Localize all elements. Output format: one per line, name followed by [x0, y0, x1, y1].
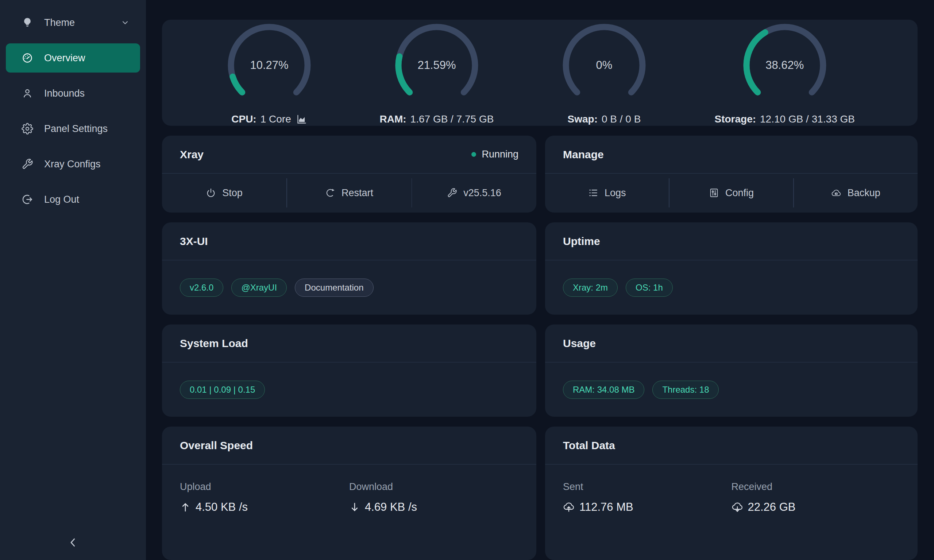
- xray-version-button[interactable]: v25.5.16: [412, 174, 536, 212]
- sliders-icon: [709, 188, 719, 198]
- xray-card: Xray Running Stop: [162, 135, 536, 212]
- total-data-title: Total Data: [563, 439, 615, 452]
- action-label: Logs: [604, 188, 626, 199]
- uptime-card-title: Uptime: [563, 235, 600, 248]
- xray-card-title: Xray: [180, 148, 203, 161]
- dashboard-icon: [21, 52, 34, 64]
- overall-speed-card: Overall Speed Upload 4.50 KB /s: [162, 426, 536, 560]
- sidebar-item-theme[interactable]: Theme: [6, 8, 140, 37]
- swap-label: Swap:0 B / 0 B: [568, 113, 641, 125]
- chevron-left-icon: [66, 535, 80, 550]
- stat-label: Sent: [563, 481, 732, 492]
- upload-stat: Upload 4.50 KB /s: [180, 481, 349, 514]
- system-load-card: System Load 0.01 | 0.09 | 0.15: [162, 325, 536, 417]
- restart-icon: [325, 188, 335, 198]
- restart-button[interactable]: Restart: [287, 174, 412, 212]
- sidebar-item-label: Inbounds: [44, 88, 85, 99]
- xui-card: 3X-UI v2.6.0 @XrayUI Documentation: [162, 222, 536, 315]
- received-value: 22.26 GB: [748, 501, 796, 514]
- cloud-upload-icon: [563, 501, 575, 513]
- upload-value: 4.50 KB /s: [196, 501, 248, 514]
- stop-button[interactable]: Stop: [162, 174, 287, 212]
- stat-label: Received: [732, 481, 900, 492]
- cpu-gauge: 10.27% CPU:1 Core: [225, 21, 314, 125]
- download-value: 4.69 KB /s: [365, 501, 417, 514]
- cloud-download-icon: [732, 501, 743, 513]
- swap-percent: 0%: [559, 21, 649, 110]
- xray-uptime-tag: Xray: 2m: [563, 278, 618, 297]
- storage-gauge: 38.62% Storage:12.10 GB / 31.33 GB: [714, 21, 855, 125]
- action-label: Restart: [342, 188, 373, 199]
- xui-card-title: 3X-UI: [180, 235, 208, 248]
- sidebar-item-log-out[interactable]: Log Out: [6, 185, 140, 214]
- ram-usage-tag: RAM: 34.08 MB: [563, 381, 644, 399]
- xrayui-tag[interactable]: @XrayUI: [231, 278, 287, 297]
- overall-speed-title: Overall Speed: [180, 439, 253, 452]
- sidebar-item-label: Overview: [44, 52, 85, 64]
- sent-stat: Sent 112.76 MB: [563, 481, 732, 514]
- usage-title: Usage: [563, 337, 596, 350]
- sidebar: Theme Overview: [0, 0, 146, 560]
- user-icon: [21, 87, 34, 100]
- sidebar-item-label: Panel Settings: [44, 123, 108, 135]
- stat-label: Download: [349, 481, 518, 492]
- power-icon: [206, 188, 216, 198]
- system-gauges-card: 10.27% CPU:1 Core 21.59%: [162, 20, 918, 126]
- download-stat: Download 4.69 KB /s: [349, 481, 518, 514]
- logs-button[interactable]: Logs: [545, 174, 669, 212]
- total-data-card: Total Data Sent 112.76 MB: [545, 426, 918, 560]
- arrow-down-icon: [349, 502, 360, 512]
- storage-label: Storage:12.10 GB / 31.33 GB: [714, 113, 855, 125]
- sidebar-item-xray-configs[interactable]: Xray Configs: [6, 149, 140, 178]
- gear-icon: [21, 123, 34, 135]
- threads-tag: Threads: 18: [652, 381, 719, 399]
- os-uptime-tag: OS: 1h: [626, 278, 673, 297]
- sidebar-item-inbounds[interactable]: Inbounds: [6, 79, 140, 108]
- cpu-percent: 10.27%: [225, 21, 314, 110]
- sidebar-item-label: Log Out: [44, 194, 79, 205]
- sidebar-item-label: Theme: [44, 17, 75, 28]
- system-load-title: System Load: [180, 337, 248, 350]
- backup-button[interactable]: Backup: [794, 174, 918, 212]
- logout-icon: [21, 193, 34, 206]
- status-dot: [472, 152, 476, 157]
- version-tag[interactable]: v2.6.0: [180, 278, 223, 297]
- documentation-tag[interactable]: Documentation: [295, 278, 373, 297]
- sidebar-item-overview[interactable]: Overview: [6, 43, 140, 72]
- arrow-up-icon: [180, 502, 191, 512]
- manage-card: Manage Logs: [545, 135, 918, 212]
- uptime-card: Uptime Xray: 2m OS: 1h: [545, 222, 918, 315]
- ram-gauge: 21.59% RAM:1.67 GB / 7.75 GB: [380, 21, 494, 125]
- swap-gauge: 0% Swap:0 B / 0 B: [559, 21, 649, 125]
- chevron-down-icon: [120, 18, 130, 27]
- ram-percent: 21.59%: [392, 21, 481, 110]
- config-button[interactable]: Config: [669, 174, 793, 212]
- sidebar-nav: Theme Overview: [0, 0, 146, 214]
- xray-status: Running: [472, 149, 518, 160]
- wrench-icon: [447, 188, 457, 198]
- sidebar-item-panel-settings[interactable]: Panel Settings: [6, 114, 140, 143]
- manage-card-title: Manage: [563, 148, 604, 161]
- bulb-icon: [21, 16, 34, 29]
- received-stat: Received 22.26 GB: [732, 481, 900, 514]
- storage-percent: 38.62%: [740, 21, 829, 110]
- area-chart-icon[interactable]: [296, 114, 307, 125]
- action-label: Config: [725, 188, 754, 199]
- main-content: 10.27% CPU:1 Core 21.59%: [146, 0, 934, 560]
- cpu-label: CPU:1 Core: [231, 113, 307, 125]
- sidebar-item-label: Xray Configs: [44, 158, 101, 170]
- cloud-server-icon: [831, 188, 842, 198]
- list-icon: [588, 188, 598, 198]
- action-label: v25.5.16: [463, 188, 501, 199]
- sidebar-collapse-button[interactable]: [0, 533, 146, 552]
- load-average-tag: 0.01 | 0.09 | 0.15: [180, 381, 265, 399]
- wrench-icon: [21, 158, 34, 170]
- stat-label: Upload: [180, 481, 349, 492]
- action-label: Stop: [222, 188, 243, 199]
- status-text: Running: [482, 149, 518, 160]
- usage-card: Usage RAM: 34.08 MB Threads: 18: [545, 325, 918, 417]
- action-label: Backup: [848, 188, 880, 199]
- ram-label: RAM:1.67 GB / 7.75 GB: [380, 113, 494, 125]
- sent-value: 112.76 MB: [580, 501, 633, 514]
